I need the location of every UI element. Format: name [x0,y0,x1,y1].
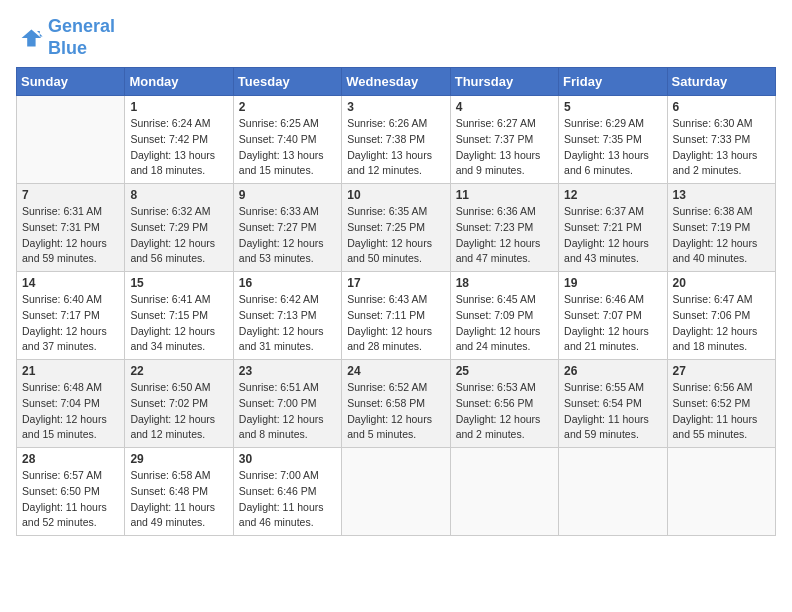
day-info: Sunrise: 6:26 AMSunset: 7:38 PMDaylight:… [347,116,444,179]
calendar-cell: 24Sunrise: 6:52 AMSunset: 6:58 PMDayligh… [342,360,450,448]
day-number: 23 [239,364,336,378]
day-info-line: Sunrise: 6:55 AM [564,381,644,393]
day-info-line: Sunrise: 6:27 AM [456,117,536,129]
day-info-line: Daylight: 12 hours [347,413,432,425]
day-info-line: Sunset: 7:11 PM [347,309,425,321]
day-info: Sunrise: 6:58 AMSunset: 6:48 PMDaylight:… [130,468,227,531]
day-number: 30 [239,452,336,466]
day-info-line: Sunrise: 6:38 AM [673,205,753,217]
logo: General Blue [16,16,115,59]
calendar-cell: 1Sunrise: 6:24 AMSunset: 7:42 PMDaylight… [125,96,233,184]
calendar-cell: 5Sunrise: 6:29 AMSunset: 7:35 PMDaylight… [559,96,667,184]
calendar-week-row: 28Sunrise: 6:57 AMSunset: 6:50 PMDayligh… [17,448,776,536]
day-info-line: Sunset: 6:54 PM [564,397,642,409]
day-info-line: and 24 minutes. [456,340,531,352]
day-info-line: Sunrise: 6:40 AM [22,293,102,305]
day-info-line: Sunset: 6:56 PM [456,397,534,409]
day-info: Sunrise: 6:25 AMSunset: 7:40 PMDaylight:… [239,116,336,179]
day-info-line: Sunset: 7:35 PM [564,133,642,145]
day-info-line: and 49 minutes. [130,516,205,528]
day-info-line: and 59 minutes. [22,252,97,264]
day-info-line: Sunset: 6:48 PM [130,485,208,497]
calendar-cell: 12Sunrise: 6:37 AMSunset: 7:21 PMDayligh… [559,184,667,272]
day-info: Sunrise: 6:42 AMSunset: 7:13 PMDaylight:… [239,292,336,355]
day-number: 19 [564,276,661,290]
day-info-line: and 18 minutes. [130,164,205,176]
day-info-line: Daylight: 13 hours [456,149,541,161]
day-number: 1 [130,100,227,114]
calendar-cell: 21Sunrise: 6:48 AMSunset: 7:04 PMDayligh… [17,360,125,448]
day-info-line: Sunrise: 6:29 AM [564,117,644,129]
day-info-line: and 59 minutes. [564,428,639,440]
calendar-cell: 22Sunrise: 6:50 AMSunset: 7:02 PMDayligh… [125,360,233,448]
day-info-line: Daylight: 12 hours [456,413,541,425]
day-info-line: and 21 minutes. [564,340,639,352]
calendar-cell [559,448,667,536]
calendar-cell: 18Sunrise: 6:45 AMSunset: 7:09 PMDayligh… [450,272,558,360]
day-info-line: Daylight: 12 hours [239,325,324,337]
calendar-header-saturday: Saturday [667,68,775,96]
calendar-cell: 27Sunrise: 6:56 AMSunset: 6:52 PMDayligh… [667,360,775,448]
day-info-line: Sunset: 7:07 PM [564,309,642,321]
day-info-line: Sunset: 7:31 PM [22,221,100,233]
day-info-line: and 2 minutes. [673,164,742,176]
day-info-line: Sunset: 7:23 PM [456,221,534,233]
day-info-line: Sunset: 7:42 PM [130,133,208,145]
calendar-cell: 20Sunrise: 6:47 AMSunset: 7:06 PMDayligh… [667,272,775,360]
day-info: Sunrise: 6:48 AMSunset: 7:04 PMDaylight:… [22,380,119,443]
day-number: 28 [22,452,119,466]
day-number: 21 [22,364,119,378]
day-info: Sunrise: 6:57 AMSunset: 6:50 PMDaylight:… [22,468,119,531]
calendar-header-thursday: Thursday [450,68,558,96]
day-info-line: Daylight: 13 hours [347,149,432,161]
day-info-line: Daylight: 12 hours [347,325,432,337]
day-info-line: Sunset: 6:52 PM [673,397,751,409]
day-info-line: and 8 minutes. [239,428,308,440]
day-info-line: Daylight: 12 hours [22,237,107,249]
day-info: Sunrise: 6:56 AMSunset: 6:52 PMDaylight:… [673,380,770,443]
page-header: General Blue [16,16,776,59]
day-info-line: and 50 minutes. [347,252,422,264]
day-info: Sunrise: 6:46 AMSunset: 7:07 PMDaylight:… [564,292,661,355]
day-info-line: Sunset: 6:50 PM [22,485,100,497]
day-number: 10 [347,188,444,202]
day-info-line: Daylight: 12 hours [564,237,649,249]
calendar-cell: 26Sunrise: 6:55 AMSunset: 6:54 PMDayligh… [559,360,667,448]
day-info-line: Daylight: 12 hours [130,237,215,249]
day-info-line: and 15 minutes. [239,164,314,176]
day-number: 26 [564,364,661,378]
day-info: Sunrise: 6:32 AMSunset: 7:29 PMDaylight:… [130,204,227,267]
logo-icon [16,24,44,52]
day-info-line: Sunset: 6:58 PM [347,397,425,409]
day-info: Sunrise: 6:47 AMSunset: 7:06 PMDaylight:… [673,292,770,355]
calendar-cell [17,96,125,184]
day-info-line: Sunrise: 6:57 AM [22,469,102,481]
day-info-line: Sunset: 7:33 PM [673,133,751,145]
day-number: 14 [22,276,119,290]
day-number: 5 [564,100,661,114]
day-number: 2 [239,100,336,114]
day-info-line: Daylight: 12 hours [22,325,107,337]
day-number: 27 [673,364,770,378]
day-info: Sunrise: 6:40 AMSunset: 7:17 PMDaylight:… [22,292,119,355]
calendar-header-monday: Monday [125,68,233,96]
calendar-header-row: SundayMondayTuesdayWednesdayThursdayFrid… [17,68,776,96]
day-number: 15 [130,276,227,290]
day-info: Sunrise: 6:31 AMSunset: 7:31 PMDaylight:… [22,204,119,267]
day-info-line: and 37 minutes. [22,340,97,352]
day-info: Sunrise: 6:43 AMSunset: 7:11 PMDaylight:… [347,292,444,355]
day-info-line: and 47 minutes. [456,252,531,264]
day-number: 9 [239,188,336,202]
day-info-line: and 46 minutes. [239,516,314,528]
day-info-line: and 9 minutes. [456,164,525,176]
day-info-line: Sunset: 7:19 PM [673,221,751,233]
day-info-line: Sunrise: 6:32 AM [130,205,210,217]
day-info: Sunrise: 6:41 AMSunset: 7:15 PMDaylight:… [130,292,227,355]
day-info-line: Sunrise: 6:58 AM [130,469,210,481]
calendar-header-friday: Friday [559,68,667,96]
calendar-cell: 17Sunrise: 6:43 AMSunset: 7:11 PMDayligh… [342,272,450,360]
day-number: 4 [456,100,553,114]
day-info-line: Sunset: 7:15 PM [130,309,208,321]
day-number: 6 [673,100,770,114]
day-info-line: and 5 minutes. [347,428,416,440]
